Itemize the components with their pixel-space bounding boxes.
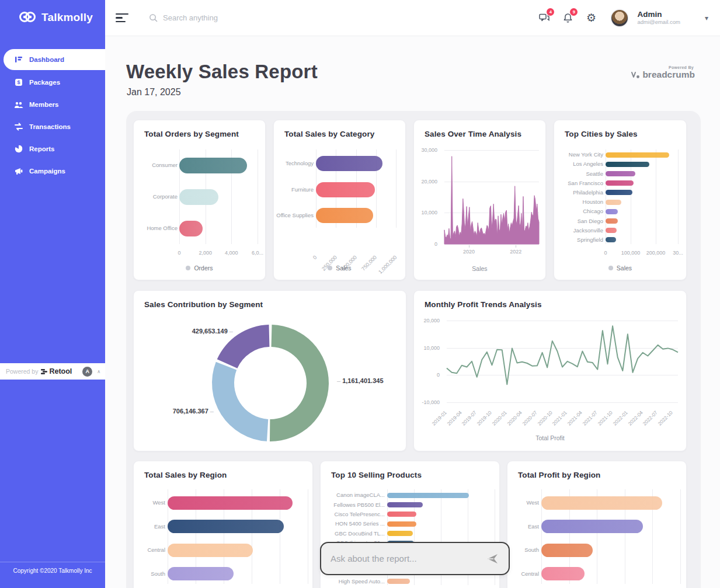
retool-avatar[interactable]: A <box>82 367 92 377</box>
x-axis-ticks: 0250,000500,000750,0001,000,000 <box>274 250 405 262</box>
report-date: Jan 17, 2025 <box>127 87 181 98</box>
x-tick-label: 2020-10 <box>536 409 553 426</box>
dashboard-icon <box>14 55 23 64</box>
top-cities-by-sales-chart: New York CityLos AngelesSeattleSan Franc… <box>554 120 686 280</box>
y-tick-label: 10,000 <box>414 210 437 215</box>
bar <box>168 496 293 510</box>
x-tick-label: 2022-10 <box>657 409 674 426</box>
card-total-orders-by-segment: Total Orders by Segment ConsumerCorporat… <box>133 120 266 280</box>
bar <box>387 531 413 536</box>
donut-slice-label: – 1,161,401.345 <box>337 377 384 384</box>
card-monthly-profit-trends: Monthly Profit Trends Analysis 20,00010,… <box>413 290 687 451</box>
app-logo[interactable]: Talkmolly <box>0 0 105 25</box>
category-label: West <box>134 496 165 510</box>
hamburger-menu-icon[interactable] <box>116 13 128 23</box>
bar-plot-area: TechnologyFurnitureOffice Supplies <box>274 149 405 228</box>
bar <box>606 180 634 186</box>
search-icon <box>149 13 158 22</box>
notifications-button[interactable]: 9 <box>560 11 575 26</box>
chart-legend: Orders <box>134 265 265 272</box>
search-input[interactable] <box>163 13 315 22</box>
card-sales-contribution-by-segment: Sales Contribution by Segment – 1,161,40… <box>133 290 406 451</box>
x-tick-label: 4,000 <box>225 250 238 256</box>
bar <box>387 521 416 527</box>
y-tick-label: 20,000 <box>416 318 440 323</box>
reports-icon <box>14 144 23 154</box>
y-tick-label: 20,000 <box>414 179 437 185</box>
settings-button[interactable]: ⚙ <box>583 11 599 26</box>
bar-plot-area: WestEastSouthCentral <box>507 489 686 584</box>
sidebar-item-reports[interactable]: Reports <box>0 139 105 159</box>
x-axis-title: Total Profit <box>414 434 686 441</box>
bar-plot-area: ConsumerCorporateHome Office <box>134 149 265 244</box>
send-button[interactable] <box>486 553 499 565</box>
gridline <box>308 489 308 584</box>
card-total-profit-by-region: Total Profit by Region WestEastSouthCent… <box>507 461 687 588</box>
x-tick-label: 0 <box>178 250 180 256</box>
breadcrumb-brand: breadcrumb <box>642 69 695 80</box>
breadcrumb-logo-icon <box>631 71 640 79</box>
donut-slice-label: 429,653.149 – <box>192 328 233 335</box>
category-label: West <box>507 496 539 510</box>
bar <box>168 567 234 580</box>
x-tick-label: 2,000 <box>199 250 212 256</box>
ask-report-input[interactable] <box>331 554 486 563</box>
chart-legend: Sales <box>554 265 686 272</box>
bar <box>606 171 635 176</box>
chevron-down-icon[interactable]: ▾ <box>705 14 708 22</box>
user-menu[interactable]: Admin admi@email.com <box>637 10 680 25</box>
x-tick-label: 2022-01 <box>611 409 628 426</box>
y-tick-label: -10,000 <box>416 399 440 405</box>
x-tick-label: 6,0... <box>252 250 263 256</box>
user-name: Admin <box>637 10 680 19</box>
x-tick-label: 2021-04 <box>566 409 583 426</box>
bar <box>541 496 662 510</box>
legend-dot <box>186 266 190 270</box>
y-tick-label: 10,000 <box>416 345 440 351</box>
bar <box>387 493 469 498</box>
category-label: Office Supplies <box>274 208 314 222</box>
retool-prefix: Powered by <box>6 368 38 375</box>
sidebar: Talkmolly Dashboard$PackagesMembersTrans… <box>0 0 105 588</box>
x-tick-label: 0 <box>604 250 607 256</box>
packages-icon: $ <box>14 78 23 87</box>
sidebar-item-members[interactable]: Members <box>0 95 105 114</box>
sidebar-item-campaigns[interactable]: Campaigns <box>0 161 105 181</box>
powered-by-retool-badge[interactable]: Powered by Retool A ∧ <box>0 363 105 380</box>
total-sales-by-category-chart: TechnologyFurnitureOffice Supplies0250,0… <box>274 120 405 280</box>
avatar[interactable] <box>610 9 629 27</box>
bar <box>541 544 593 557</box>
card-total-sales-by-category: Total Sales by Category TechnologyFurnit… <box>273 120 406 280</box>
x-tick-label: 2019-04 <box>446 409 462 426</box>
category-label: Central <box>134 543 165 557</box>
x-axis-ticks: 0100,000200,00030... <box>554 250 686 262</box>
x-tick-mark <box>516 245 516 248</box>
x-tick-label: 2022-04 <box>627 409 644 426</box>
bar <box>168 544 253 557</box>
x-tick-label: 2020-04 <box>506 409 523 426</box>
chevron-up-icon[interactable]: ∧ <box>97 369 100 374</box>
x-tick-label: 2021-07 <box>582 409 599 426</box>
page-title: Weekly Sales Report <box>126 61 318 83</box>
sidebar-item-label: Transactions <box>29 123 71 130</box>
legend-dot <box>328 266 332 270</box>
breadcrumb-branding[interactable]: Powered By breadcrumb <box>631 65 695 80</box>
sidebar-item-transactions[interactable]: Transactions <box>0 117 105 137</box>
category-label: Home Office <box>134 221 178 235</box>
chat-button[interactable]: 4 <box>537 11 552 26</box>
copyright-text: Copyright ©2020 Talkmolly Inc <box>0 562 105 588</box>
sidebar-item-label: Dashboard <box>29 56 64 63</box>
bar <box>606 162 649 167</box>
total-sales-by-region-chart: WestEastCentralSouth <box>134 461 312 588</box>
sidebar-item-label: Reports <box>29 145 54 152</box>
donut-slice-label: 706,146.367 – <box>173 408 214 415</box>
area-series <box>444 150 539 245</box>
bar <box>606 190 632 195</box>
category-label: Consumer <box>134 158 178 172</box>
x-axis-title: Sales <box>414 265 545 272</box>
sidebar-item-packages[interactable]: $Packages <box>0 72 105 92</box>
category-label: South <box>507 543 539 557</box>
sidebar-item-dashboard[interactable]: Dashboard <box>4 49 105 70</box>
gear-icon: ⚙ <box>586 12 596 23</box>
x-tick-label: 100,000 <box>621 250 641 256</box>
